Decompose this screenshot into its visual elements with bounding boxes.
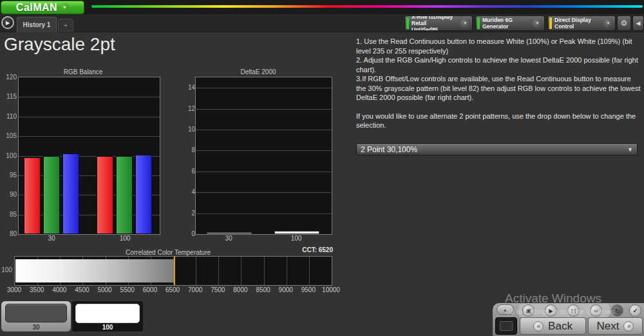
play-arrow-icon: ▶ [6, 20, 10, 26]
x-tick-label: 10000 [319, 286, 343, 293]
add-tab-button[interactable]: + [58, 19, 73, 32]
brackets-icon: [·] [571, 308, 576, 313]
gray-30-chip [5, 304, 67, 322]
header-bar: CalMAN ▼ [0, 0, 644, 14]
y-tick-label: 110 [5, 113, 17, 120]
gridline [196, 130, 332, 130]
x-tick-label: 3500 [25, 286, 48, 293]
x-category-label: 100 [283, 235, 309, 242]
x-category-label: 30 [216, 235, 242, 242]
x-category-label: 100 [112, 235, 138, 242]
x-tick-label: 8500 [252, 286, 275, 293]
meter-status-indicator [406, 17, 409, 29]
swatch-30-label: 30 [1, 324, 71, 331]
link-patterns-button[interactable]: ∞ [590, 304, 602, 317]
deltae-chart-title: DeltaE 2000 [184, 68, 333, 75]
plus-icon: + [64, 21, 68, 29]
x-tick-label: 6500 [161, 286, 184, 293]
cct-chart: Correlated Color Temperature CCT: 6520 3… [3, 246, 333, 297]
settings-button[interactable]: ⚙ [617, 15, 631, 31]
collapse-panel-button[interactable]: ◀ [632, 15, 644, 31]
cct-gradient-bar [15, 259, 175, 282]
y-tick-label: 14 [184, 84, 195, 91]
gear-icon: ⚙ [621, 19, 628, 28]
generator-dropdown[interactable]: Murideo 6G Generator ▼ [475, 15, 545, 31]
x-tick-label: 3000 [3, 286, 26, 293]
calman-window: CalMAN ▼ ▶ History 1 + X-Rite i1Display … [0, 0, 644, 336]
pattern-select-dropdown[interactable]: 2 Point 30,100% ▼ [356, 143, 638, 155]
tab-history-1[interactable]: History 1 [17, 17, 57, 32]
pattern-window-icon [500, 321, 513, 331]
next-button-label: Next [597, 320, 620, 333]
meter-dropdown[interactable]: X-Rite i1Display Retail Untitled85 ▼ [404, 15, 473, 31]
y-tick-label: 90 [5, 191, 17, 198]
x-tick-label: 8000 [229, 286, 252, 293]
blue-bar [135, 155, 152, 234]
cct-row-label: 100 [1, 266, 12, 273]
deltae-bar [274, 231, 319, 234]
pattern-select-value: 2 Point 30,100% [361, 145, 417, 154]
pattern-size-button[interactable]: [·] [567, 304, 580, 317]
y-tick-label: 10 [184, 126, 195, 133]
x-tick-label: 5000 [93, 286, 117, 293]
y-tick-label: 0 [184, 230, 195, 237]
read-continuous-button[interactable]: ▶ [545, 304, 557, 317]
gridline [19, 117, 160, 117]
chevron-down-icon: ▼ [61, 3, 69, 12]
next-button[interactable]: Next » [588, 317, 643, 335]
x-tick-label: 7500 [206, 286, 229, 293]
chevron-down-icon: ▼ [627, 146, 633, 153]
page-title: Grayscale 2pt [4, 34, 115, 55]
x-tick-label: 6000 [138, 286, 162, 293]
camera-icon: ▣ [526, 308, 531, 314]
instruction-step-2: 2. Adjust the RGB Gain/High controls to … [356, 55, 641, 74]
rainbow-accent-strip [91, 5, 643, 8]
confirm-button[interactable]: ✔ [629, 304, 641, 317]
cct-readout: CCT: 6520 [302, 246, 333, 253]
tab-history-label: History 1 [23, 21, 51, 28]
chevron-down-icon: ▼ [460, 19, 470, 28]
green-bar [43, 156, 60, 234]
pattern-window-button[interactable] [495, 317, 517, 335]
navigation-panel: ▲ ▣ ▶ [·] ∞ ↻ ✔ « Back Next » [493, 303, 644, 336]
x-tick-label: 7000 [184, 286, 207, 293]
gridline [196, 109, 332, 110]
back-button-label: Back [548, 320, 573, 333]
cct-plot-area [14, 256, 332, 286]
chevron-left-icon: ◀ [636, 20, 641, 26]
back-button[interactable]: « Back [520, 317, 586, 335]
chevron-down-icon: ▼ [533, 19, 542, 28]
blue-bar [62, 153, 79, 234]
chevron-up-icon: ▲ [503, 308, 507, 312]
calman-menu-button[interactable]: CalMAN ▼ [1, 1, 84, 14]
x-tick-label: 9500 [297, 286, 320, 293]
calman-logo-label: CalMAN [16, 2, 57, 14]
refresh-icon: ↻ [615, 308, 620, 314]
read-once-button[interactable]: ▣ [522, 304, 535, 317]
reset-button[interactable]: ↻ [611, 304, 623, 317]
y-tick-label: 4 [184, 188, 195, 195]
deltae-bar [207, 232, 252, 234]
instruction-step-1: 1. Use the Read Continuous button to mea… [356, 37, 641, 55]
gridline [196, 172, 332, 172]
meter-profile: Untitled85 [412, 26, 438, 31]
cct-chart-title: Correlated Color Temperature [3, 249, 333, 256]
gridline [196, 257, 196, 285]
gridline [19, 97, 160, 97]
display-control-dropdown[interactable]: Direct Display Control ▼ [547, 15, 616, 31]
gridline [241, 257, 242, 285]
display-status-indicator [549, 17, 552, 29]
link-icon: ∞ [594, 308, 598, 314]
x-tick-label: 9000 [274, 286, 298, 293]
meter-name: X-Rite i1Display Retail [412, 15, 453, 26]
collapse-toolbar-button[interactable]: ▲ [497, 304, 514, 315]
pattern-swatch-30[interactable]: 30 [1, 301, 71, 331]
instructions-panel: 1. Use the Read Continuous button to mea… [356, 37, 641, 157]
tab-scroll-button[interactable]: ▶ [1, 16, 14, 29]
pattern-swatch-100[interactable]: 100 [72, 301, 143, 331]
x-tick-label: 4500 [70, 286, 93, 293]
red-bar [97, 156, 113, 235]
y-tick-label: 120 [5, 74, 17, 81]
gridline [196, 150, 332, 151]
rgb-balance-plot-area [18, 77, 160, 235]
